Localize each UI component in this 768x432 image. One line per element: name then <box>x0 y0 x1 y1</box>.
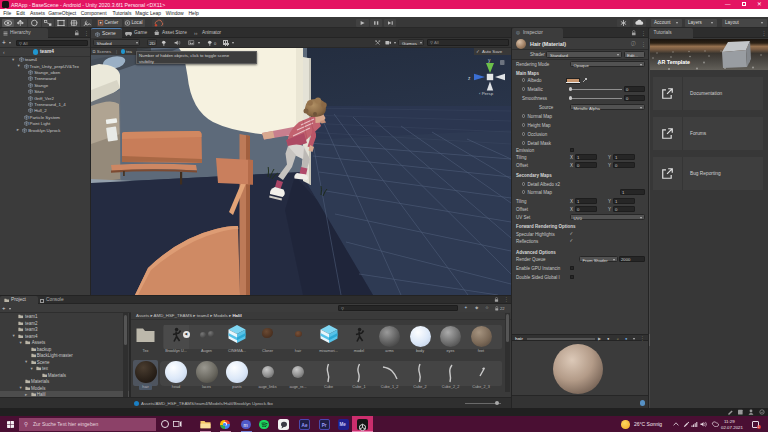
svg-text:‹ Persp: ‹ Persp <box>479 90 494 95</box>
